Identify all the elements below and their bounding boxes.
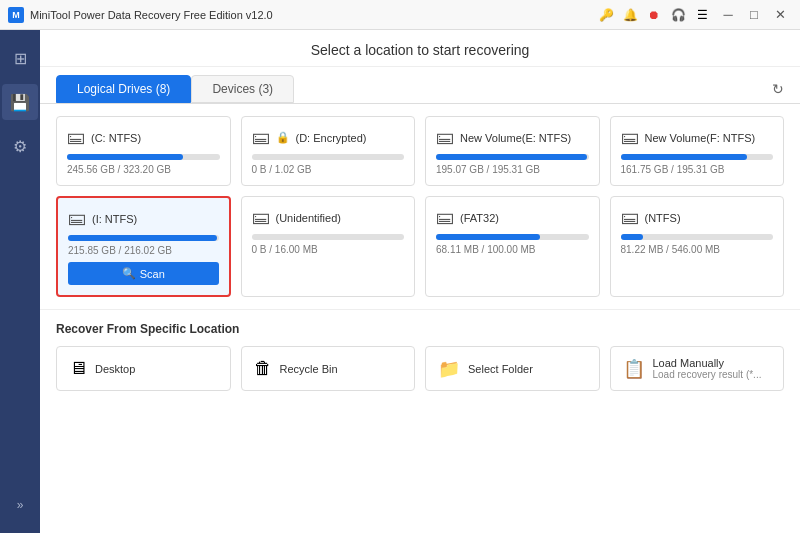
drive-progress-fill bbox=[621, 234, 644, 240]
tab-logical[interactable]: Logical Drives (8) bbox=[56, 75, 191, 103]
drive-progress-bg bbox=[436, 234, 589, 240]
content-header: Select a location to start recovering bbox=[40, 30, 800, 67]
folder-icon: 📁 bbox=[438, 358, 460, 380]
location-sub: Load recovery result (*... bbox=[653, 369, 772, 380]
manual-icon: 📋 bbox=[623, 358, 645, 380]
drive-card-f[interactable]: 🖴 New Volume(F: NTFS) 161.75 GB / 195.31… bbox=[610, 116, 785, 186]
location-card-recycle[interactable]: 🗑 Recycle Bin bbox=[241, 346, 416, 391]
location-name: Recycle Bin bbox=[280, 363, 403, 375]
drive-progress-bg bbox=[621, 234, 774, 240]
drive-progress-fill bbox=[67, 154, 183, 160]
location-info: Select Folder bbox=[468, 363, 587, 375]
location-info: Desktop bbox=[95, 363, 218, 375]
drive-size: 195.07 GB / 195.31 GB bbox=[436, 164, 589, 175]
drive-progress-fill bbox=[436, 154, 587, 160]
page-title: Select a location to start recovering bbox=[311, 42, 530, 58]
location-name: Load Manually bbox=[653, 357, 772, 369]
drive-progress-bg bbox=[68, 235, 219, 241]
drive-progress-bg bbox=[436, 154, 589, 160]
title-bar: M MiniTool Power Data Recovery Free Edit… bbox=[0, 0, 800, 30]
scan-button[interactable]: 🔍 Scan bbox=[68, 262, 219, 285]
drive-progress-fill bbox=[621, 154, 748, 160]
key-icon[interactable]: 🔑 bbox=[596, 5, 616, 25]
drive-name: New Volume(E: NTFS) bbox=[460, 132, 571, 144]
bell-icon[interactable]: 🔔 bbox=[620, 5, 640, 25]
drive-progress-fill bbox=[436, 234, 540, 240]
location-card-desktop[interactable]: 🖥 Desktop bbox=[56, 346, 231, 391]
tabs: Logical Drives (8) Devices (3) bbox=[56, 75, 294, 103]
close-button[interactable]: ✕ bbox=[768, 3, 792, 27]
tab-bar: Logical Drives (8) Devices (3) ↻ bbox=[40, 67, 800, 104]
drive-name: (I: NTFS) bbox=[92, 213, 137, 225]
location-grid: 🖥 Desktop 🗑 Recycle Bin 📁 Select Folder … bbox=[56, 346, 784, 391]
drive-size: 215.85 GB / 216.02 GB bbox=[68, 245, 219, 256]
drive-name: (C: NTFS) bbox=[91, 132, 141, 144]
location-info: Load Manually Load recovery result (*... bbox=[653, 357, 772, 380]
location-name: Desktop bbox=[95, 363, 218, 375]
drive-card-i[interactable]: 🖴 (I: NTFS) 215.85 GB / 216.02 GB 🔍 Scan bbox=[56, 196, 231, 297]
drive-progress-bg bbox=[67, 154, 220, 160]
specific-location-title: Recover From Specific Location bbox=[56, 322, 784, 336]
location-card-folder[interactable]: 📁 Select Folder bbox=[425, 346, 600, 391]
sidebar-item-home[interactable]: ⊞ bbox=[2, 40, 38, 76]
location-name: Select Folder bbox=[468, 363, 587, 375]
specific-location: Recover From Specific Location 🖥 Desktop… bbox=[40, 309, 800, 399]
drive-size: 245.56 GB / 323.20 GB bbox=[67, 164, 220, 175]
sidebar-item-settings[interactable]: ⚙ bbox=[2, 128, 38, 164]
drive-hdd-icon: 🖴 bbox=[68, 208, 86, 229]
drive-progress-bg bbox=[252, 154, 405, 160]
window-controls[interactable]: ─ □ ✕ bbox=[716, 3, 792, 27]
drive-card-header: 🖴 (I: NTFS) bbox=[68, 208, 219, 229]
maximize-button[interactable]: □ bbox=[742, 3, 766, 27]
drive-size: 161.75 GB / 195.31 GB bbox=[621, 164, 774, 175]
location-info: Recycle Bin bbox=[280, 363, 403, 375]
drive-hdd-icon: 🖴 bbox=[252, 127, 270, 148]
expand-icon: » bbox=[17, 498, 24, 512]
drive-size: 0 B / 1.02 GB bbox=[252, 164, 405, 175]
drive-size: 68.11 MB / 100.00 MB bbox=[436, 244, 589, 255]
drive-card-d[interactable]: 🖴 🔒 (D: Encrypted) 0 B / 1.02 GB bbox=[241, 116, 416, 186]
drive-card-header: 🖴 (NTFS) bbox=[621, 207, 774, 228]
drive-card-header: 🖴 New Volume(E: NTFS) bbox=[436, 127, 589, 148]
drive-card-ntfs2[interactable]: 🖴 (NTFS) 81.22 MB / 546.00 MB bbox=[610, 196, 785, 297]
drive-hdd-icon: 🖴 bbox=[67, 127, 85, 148]
location-card-manual[interactable]: 📋 Load Manually Load recovery result (*.… bbox=[610, 346, 785, 391]
app-title: MiniTool Power Data Recovery Free Editio… bbox=[30, 9, 273, 21]
drive-card-header: 🖴 (C: NTFS) bbox=[67, 127, 220, 148]
settings-icon: ⚙ bbox=[13, 137, 27, 156]
drive-card-header: 🖴 New Volume(F: NTFS) bbox=[621, 127, 774, 148]
drive-card-c[interactable]: 🖴 (C: NTFS) 245.56 GB / 323.20 GB bbox=[56, 116, 231, 186]
drive-icon: 💾 bbox=[10, 93, 30, 112]
drive-size: 0 B / 16.00 MB bbox=[252, 244, 405, 255]
drive-hdd-icon: 🖴 bbox=[621, 127, 639, 148]
drive-card-header: 🖴 🔒 (D: Encrypted) bbox=[252, 127, 405, 148]
drive-progress-bg bbox=[621, 154, 774, 160]
record-icon[interactable]: ⏺ bbox=[644, 5, 664, 25]
drive-card-unidentified[interactable]: 🖴 (Unidentified) 0 B / 16.00 MB bbox=[241, 196, 416, 297]
drive-card-fat32[interactable]: 🖴 (FAT32) 68.11 MB / 100.00 MB bbox=[425, 196, 600, 297]
menu-icon[interactable]: ☰ bbox=[692, 5, 712, 25]
drive-name: (FAT32) bbox=[460, 212, 499, 224]
drive-size: 81.22 MB / 546.00 MB bbox=[621, 244, 774, 255]
minimize-button[interactable]: ─ bbox=[716, 3, 740, 27]
sidebar-item-expand[interactable]: » bbox=[2, 487, 38, 523]
drive-card-e[interactable]: 🖴 New Volume(E: NTFS) 195.07 GB / 195.31… bbox=[425, 116, 600, 186]
drive-name: (Unidentified) bbox=[276, 212, 341, 224]
home-icon: ⊞ bbox=[14, 49, 27, 68]
sidebar: ⊞ 💾 ⚙ » bbox=[0, 30, 40, 533]
sidebar-item-drive[interactable]: 💾 bbox=[2, 84, 38, 120]
drive-name: New Volume(F: NTFS) bbox=[645, 132, 756, 144]
recycle-icon: 🗑 bbox=[254, 358, 272, 379]
toolbar-icons: 🔑 🔔 ⏺ 🎧 ☰ bbox=[596, 5, 712, 25]
app-logo: M bbox=[8, 7, 24, 23]
tab-devices[interactable]: Devices (3) bbox=[191, 75, 294, 103]
drive-progress-bg bbox=[252, 234, 405, 240]
drive-hdd-icon: 🖴 bbox=[436, 127, 454, 148]
drive-name: (NTFS) bbox=[645, 212, 681, 224]
drive-hdd-icon: 🖴 bbox=[621, 207, 639, 228]
drive-hdd-icon: 🖴 bbox=[252, 207, 270, 228]
drive-card-header: 🖴 (Unidentified) bbox=[252, 207, 405, 228]
refresh-button[interactable]: ↻ bbox=[772, 81, 784, 97]
drive-name: (D: Encrypted) bbox=[296, 132, 367, 144]
headphone-icon[interactable]: 🎧 bbox=[668, 5, 688, 25]
